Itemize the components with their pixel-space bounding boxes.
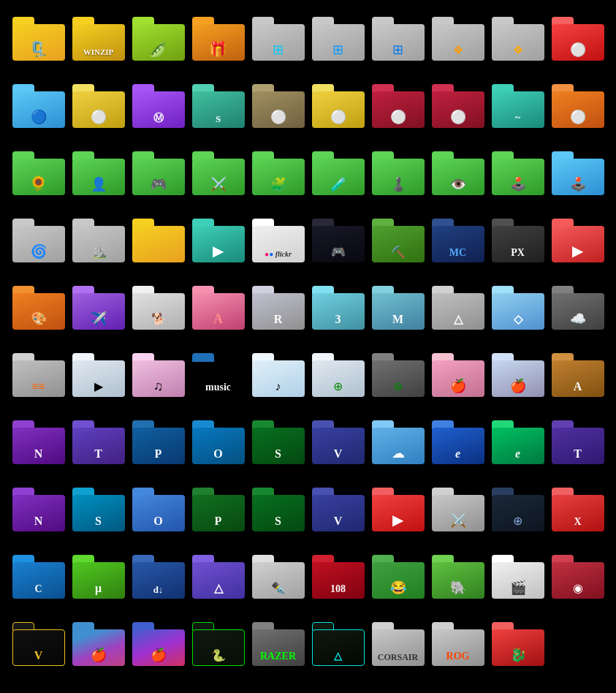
- folder-item-pokered[interactable]: ⚪: [549, 6, 607, 72]
- folder-item-ryzenm[interactable]: M: [369, 275, 427, 341]
- folder-item-xampp[interactable]: X: [549, 477, 607, 542]
- folder-item-sword[interactable]: ⚔️: [189, 140, 248, 206]
- folder-item-onenote2[interactable]: N: [9, 477, 68, 542]
- folder-item-108[interactable]: 108: [309, 544, 368, 610]
- folder-item-mountain[interactable]: ⛰️: [69, 208, 128, 273]
- folder-item-joystick[interactable]: 🕹️: [549, 140, 607, 206]
- folder-item-edge[interactable]: e: [429, 409, 487, 475]
- folder-item-winzip[interactable]: WINZIP: [69, 6, 128, 72]
- folder-item-pokegold[interactable]: ⚪: [309, 73, 368, 139]
- folder-item-eye[interactable]: 👁️: [429, 140, 487, 206]
- folder-item-pokemega[interactable]: Ⓜ: [129, 73, 188, 139]
- folder-item-evernote[interactable]: 🐘: [429, 544, 487, 610]
- folder-item-vectornator[interactable]: V: [9, 611, 68, 677]
- folder-item-pokesun[interactable]: S: [189, 73, 248, 139]
- folder-item-youtubealt[interactable]: ▶: [369, 477, 427, 542]
- folder-item-youtube[interactable]: ▶: [549, 208, 607, 273]
- folder-item-windows8[interactable]: ⊞: [369, 6, 427, 72]
- folder-item-flickr[interactable]: ●● flickr: [249, 208, 308, 273]
- folder-item-dopamine[interactable]: d↓: [129, 544, 188, 610]
- folder-item-blender[interactable]: 🎨: [9, 275, 68, 341]
- folder-item-spiral[interactable]: 🌀: [9, 208, 68, 273]
- folder-item-sharepoint[interactable]: S: [249, 409, 308, 475]
- folder-item-musicpink[interactable]: ♫: [129, 342, 188, 408]
- folder-item-sunflower[interactable]: 🌻: [9, 140, 68, 206]
- folder-item-windows11[interactable]: ⊞: [249, 6, 308, 72]
- folder-item-pokeyellow[interactable]: ⚪: [69, 73, 128, 139]
- folder-item-chess[interactable]: ♟️: [369, 140, 427, 206]
- folder-item-xboxwhite[interactable]: ⊕: [309, 342, 368, 408]
- folder-item-gplay[interactable]: ▶: [69, 342, 128, 408]
- folder-item-onedrive2[interactable]: ☁️: [549, 275, 607, 341]
- folder-item-ryzenr[interactable]: R: [249, 275, 308, 341]
- folder-item-steam[interactable]: ⊕: [489, 477, 547, 542]
- folder-item-corsair2[interactable]: CORSAIR: [369, 611, 427, 677]
- folder-item-pokecrim2[interactable]: ⚪: [429, 73, 487, 139]
- folder-item-onenote[interactable]: N: [9, 409, 68, 475]
- folder-item-topaz[interactable]: △: [189, 544, 248, 610]
- folder-item-gamepad2[interactable]: 🕹️: [489, 140, 547, 206]
- folder-item-teams2[interactable]: T: [549, 409, 607, 475]
- folder-item-applecolor[interactable]: 🍎: [429, 342, 487, 408]
- folder-item-autodesk[interactable]: △: [429, 275, 487, 341]
- folder-item-windowsxp[interactable]: ❖: [489, 6, 547, 72]
- folder-item-winrar[interactable]: 🎁: [189, 6, 248, 72]
- folder-item-visio[interactable]: V: [309, 409, 368, 475]
- folder-item-ryzen3[interactable]: 3: [309, 275, 368, 341]
- folder-item-paradox[interactable]: PX: [489, 208, 547, 273]
- folder-item-teams[interactable]: T: [69, 409, 128, 475]
- folder-item-pokecrim[interactable]: ⚪: [369, 73, 427, 139]
- folder-item-pokesapphire[interactable]: 🔵: [9, 73, 68, 139]
- folder-icon-xboxwhite2: ⊕: [372, 353, 425, 397]
- folder-item-onedrive[interactable]: ☁: [369, 409, 427, 475]
- folder-item-jigsaw[interactable]: 🧩: [249, 140, 308, 206]
- folder-item-vrchat[interactable]: 👤: [69, 140, 128, 206]
- folder-item-clapper[interactable]: 🎬: [489, 544, 547, 610]
- folder-item-rollapp[interactable]: ◉: [549, 544, 607, 610]
- folder-item-outlook2[interactable]: O: [129, 477, 188, 542]
- folder-item-minecraft[interactable]: ⛏️: [369, 208, 427, 273]
- folder-item-predator[interactable]: △: [309, 611, 368, 677]
- folder-item-deezer[interactable]: ≡≡: [9, 342, 68, 408]
- folder-item-publisher[interactable]: P: [129, 409, 188, 475]
- folder-item-project[interactable]: P: [189, 477, 248, 542]
- folder-item-outlook[interactable]: O: [189, 409, 248, 475]
- folder-item-zip[interactable]: 🗜️: [9, 6, 68, 72]
- folder-item-troll[interactable]: 😂: [369, 544, 427, 610]
- folder-item-edgegreen[interactable]: e: [489, 409, 547, 475]
- folder-item-pokeorange[interactable]: ⚪: [549, 73, 607, 139]
- folder-item-msi[interactable]: 🐉: [489, 611, 547, 677]
- folder-item-nightdark[interactable]: 🎮: [309, 208, 368, 273]
- folder-item-utorrent[interactable]: μ: [69, 544, 128, 610]
- folder-item-poketeal[interactable]: ~: [489, 73, 547, 139]
- folder-item-yellowfolder[interactable]: [129, 208, 188, 273]
- folder-item-razergray[interactable]: RAZER: [249, 611, 308, 677]
- folder-item-macosblue[interactable]: 🍎: [69, 611, 128, 677]
- folder-item-rog[interactable]: ROG: [429, 611, 487, 677]
- folder-item-applesilver[interactable]: 🍎: [489, 342, 547, 408]
- folder-item-razer[interactable]: 🐍: [189, 611, 248, 677]
- folder-item-sharepoint2[interactable]: S: [249, 477, 308, 542]
- folder-item-corsairgaming[interactable]: ⚔️: [429, 477, 487, 542]
- folder-item-gimp[interactable]: 🐕: [129, 275, 188, 341]
- folder-item-pokecamo[interactable]: ⚪: [249, 73, 308, 139]
- folder-item-access[interactable]: A: [549, 342, 607, 408]
- folder-item-affinity[interactable]: ◇: [489, 275, 547, 341]
- folder-item-macosnight[interactable]: 🍎: [129, 611, 188, 677]
- folder-item-applemusic[interactable]: ♪: [249, 342, 308, 408]
- folder-item-telegram[interactable]: ✈️: [69, 275, 128, 341]
- folder-item-game2[interactable]: 🎮: [129, 140, 188, 206]
- folder-item-inkscape[interactable]: ✒️: [249, 544, 308, 610]
- folder-item-amazonmusic[interactable]: music: [189, 342, 248, 408]
- folder-item-windows10[interactable]: ⊞: [309, 6, 368, 72]
- folder-item-peazip[interactable]: 🫛: [129, 6, 188, 72]
- folder-item-science[interactable]: 🧪: [309, 140, 368, 206]
- folder-item-cyberlink[interactable]: C: [9, 544, 68, 610]
- folder-item-minecraftdark[interactable]: MC: [429, 208, 487, 273]
- folder-item-movavi[interactable]: ▶: [189, 208, 248, 273]
- folder-item-windows7[interactable]: ❖: [429, 6, 487, 72]
- folder-item-visio2[interactable]: V: [309, 477, 368, 542]
- folder-item-xboxwhite2[interactable]: ⊕: [369, 342, 427, 408]
- folder-item-typo[interactable]: A: [189, 275, 248, 341]
- folder-item-skype[interactable]: S: [69, 477, 128, 542]
